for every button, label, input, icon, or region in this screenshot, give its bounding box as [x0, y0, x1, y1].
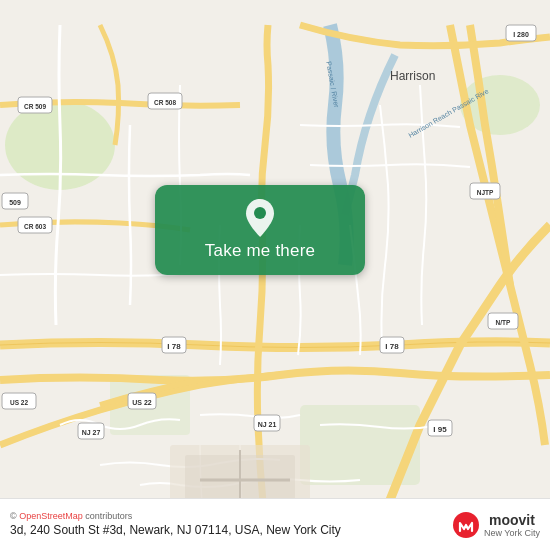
moovit-logo[interactable]: moovit New York City: [452, 511, 540, 539]
svg-text:NJ 21: NJ 21: [258, 421, 277, 428]
bottom-bar: © OpenStreetMap contributors 3d, 240 Sou…: [0, 498, 550, 550]
take-me-there-label: Take me there: [205, 241, 315, 261]
osm-contributors: contributors: [85, 511, 132, 521]
address-text: 3d, 240 South St #3d, Newark, NJ 07114, …: [10, 523, 444, 539]
take-me-there-button[interactable]: Take me there: [155, 185, 365, 275]
map-container: I 78 I 78 US 22 NJ 21 NJ 27 I 95 NJTP N/…: [0, 0, 550, 550]
moovit-name: moovit: [489, 512, 535, 528]
svg-text:I 95: I 95: [433, 425, 447, 434]
address-section: © OpenStreetMap contributors 3d, 240 Sou…: [10, 511, 444, 539]
osm-attribution: © OpenStreetMap contributors: [10, 511, 444, 521]
moovit-icon: [452, 511, 480, 539]
svg-text:I 78: I 78: [167, 342, 181, 351]
svg-text:US 22: US 22: [10, 399, 28, 406]
moovit-city: New York City: [484, 528, 540, 538]
osm-copyright: ©: [10, 511, 19, 521]
map-svg: I 78 I 78 US 22 NJ 21 NJ 27 I 95 NJTP N/…: [0, 0, 550, 550]
svg-text:N/TP: N/TP: [496, 319, 511, 326]
svg-point-42: [254, 207, 266, 219]
location-pin-icon: [244, 199, 276, 237]
svg-text:I 78: I 78: [385, 342, 399, 351]
moovit-brand: moovit New York City: [484, 512, 540, 538]
svg-text:CR 603: CR 603: [24, 223, 46, 230]
svg-text:US 22: US 22: [132, 399, 152, 406]
svg-text:Harrison: Harrison: [390, 69, 435, 83]
svg-text:NJTP: NJTP: [477, 189, 494, 196]
svg-text:CR 509: CR 509: [24, 103, 46, 110]
svg-text:509: 509: [9, 199, 21, 206]
svg-text:CR 508: CR 508: [154, 99, 176, 106]
svg-text:NJ 27: NJ 27: [82, 429, 101, 436]
svg-text:I 280: I 280: [513, 31, 529, 38]
osm-link[interactable]: OpenStreetMap: [19, 511, 83, 521]
